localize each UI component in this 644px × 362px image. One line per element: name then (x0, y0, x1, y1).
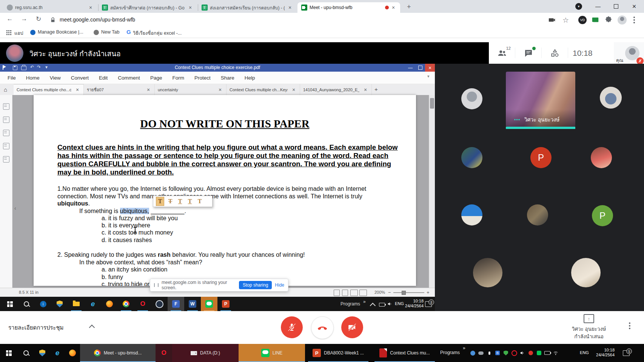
participant-avatar[interactable] (461, 88, 482, 109)
participant-avatar[interactable] (591, 147, 612, 168)
doc-tab[interactable]: uncertainty × (155, 84, 226, 95)
participant-avatar[interactable] (600, 87, 622, 109)
menu-file[interactable]: File (8, 75, 16, 81)
menu-form[interactable]: Form (172, 75, 184, 81)
new-tab-button[interactable]: + (407, 3, 411, 11)
close-doc-tab-icon[interactable]: × (145, 87, 151, 93)
squiggly-tool-icon[interactable]: T (186, 197, 194, 206)
action-center-icon[interactable]: 2 (425, 301, 432, 307)
foxit-minimize-button[interactable]: — (405, 64, 415, 72)
search-icon[interactable] (18, 297, 35, 311)
profile-avatar[interactable] (618, 15, 627, 25)
menu-protect[interactable]: Protect (194, 75, 211, 81)
bookmark-excel-tip[interactable]: วิธีเรียงชื่อกลุ่ม excel -... (133, 29, 182, 37)
close-tab-icon[interactable]: × (390, 5, 396, 11)
cast-icon[interactable] (591, 16, 599, 24)
facing-view-icon[interactable] (350, 290, 358, 296)
taskbar-button-opera[interactable]: O (156, 344, 172, 362)
internet-explorer-icon[interactable]: e (85, 297, 101, 311)
start-button[interactable] (0, 344, 17, 362)
doc-tab[interactable]: Context Clues multiple ch...Keys × (226, 84, 300, 95)
taskbar-button-meet[interactable]: Meet - upu-bmsd... (80, 344, 156, 362)
strikeout-tool-icon[interactable]: T (166, 197, 174, 206)
browser-tab-reg[interactable]: reg.ssru.ac.th × (3, 2, 97, 13)
participant-avatar[interactable] (527, 204, 548, 225)
window-close-button[interactable]: × (626, 0, 642, 13)
volume-icon[interactable] (387, 301, 393, 308)
thumbnail-view-icon[interactable] (359, 290, 367, 296)
chevron-up-icon[interactable] (91, 325, 95, 329)
foxit-close-button[interactable]: × (425, 64, 435, 72)
activities-button[interactable] (542, 42, 568, 64)
close-doc-tab-icon[interactable]: × (217, 87, 223, 93)
extensions-puzzle-icon[interactable] (605, 16, 613, 24)
opera-icon[interactable]: O (134, 297, 151, 311)
word-icon[interactable]: W (184, 297, 201, 311)
scrollbar-thumb[interactable] (430, 98, 434, 109)
mic-toggle-button[interactable] (281, 316, 303, 338)
menu-convert[interactable]: Convert (71, 75, 89, 81)
chat-button[interactable] (515, 42, 542, 64)
camera-toggle-button[interactable] (341, 316, 363, 338)
ribbon-collapse-icon[interactable]: ▾ (427, 74, 430, 79)
bookmark-apps[interactable]: แอป (14, 29, 23, 37)
close-doc-tab-icon[interactable]: × (362, 87, 368, 93)
self-view-chip[interactable]: คุณ (614, 42, 644, 64)
volume-icon[interactable] (519, 350, 525, 356)
extension-badge-icon[interactable]: VD (578, 16, 587, 24)
taskbar-button-powerpoint[interactable]: P DBA8002-Week1 ... (305, 344, 371, 362)
new-doc-tab-button[interactable]: + (374, 86, 378, 92)
browser-menu-kebab-icon[interactable] (633, 17, 635, 18)
powerpoint-icon[interactable]: P (217, 297, 234, 311)
clock-app-icon[interactable] (151, 297, 168, 311)
bookmark-manage-bookcase[interactable]: Manage Bookcase |... (38, 29, 83, 35)
doc-tab[interactable]: รายชื่อ07 × (84, 84, 155, 95)
annotations-panel-icon[interactable] (3, 156, 9, 163)
foxit-title-bar[interactable]: ↶ ↷ ▾ Context Clues multiple choice exer… (0, 64, 435, 72)
pages-panel-icon[interactable] (3, 103, 9, 110)
presenter-video-tile[interactable]: ••• วิศวะ อุนยะวงษ์ (506, 72, 575, 127)
menu-share[interactable]: Share (221, 75, 234, 81)
participant-initial-avatar[interactable]: P (530, 147, 552, 168)
participant-avatar[interactable] (461, 147, 482, 168)
line-tray-icon[interactable] (536, 350, 542, 356)
single-page-view-icon[interactable] (334, 290, 340, 296)
close-tab-icon[interactable]: × (187, 5, 193, 11)
stop-sharing-button[interactable]: Stop sharing (239, 281, 272, 289)
overflow-chevron-icon[interactable]: » (463, 345, 465, 351)
hang-up-button[interactable] (311, 316, 334, 339)
tray-expand-icon[interactable] (371, 303, 376, 307)
onedrive-icon[interactable] (478, 350, 484, 356)
meeting-details-label[interactable]: รายละเอียดการประชุม (8, 323, 63, 332)
line-icon[interactable] (201, 297, 217, 311)
bookmarks-panel-icon[interactable] (3, 117, 9, 123)
close-doc-tab-icon[interactable]: × (291, 87, 297, 93)
menu-home[interactable]: Home (26, 75, 40, 81)
replace-tool-icon[interactable]: T (196, 197, 203, 206)
underline-tool-icon[interactable]: T (176, 197, 184, 206)
comments-panel-icon[interactable] (3, 130, 9, 136)
bookmark-new-tab[interactable]: New Tab (101, 29, 119, 35)
opera-tray-icon[interactable] (511, 350, 517, 356)
participant-avatar[interactable] (473, 258, 502, 287)
language-indicator[interactable]: ENG (395, 301, 404, 306)
taskbar-button-drive[interactable]: DATA (D:) (172, 344, 239, 362)
address-bar[interactable]: meet.google.com/upu-bmsd-wfb (60, 17, 135, 23)
browser-tab-sheets-2[interactable]: ส่งเอกสารสมัครเรียน (การตอบกลับ) - ( × (198, 2, 297, 13)
home-tab-icon[interactable]: ⌂ (4, 86, 7, 93)
participants-button[interactable]: 12 (489, 42, 515, 64)
antivirus-tray-icon[interactable] (503, 350, 509, 356)
browser-tab-meet-active[interactable]: Meet - upu-bmsd-wfb × (297, 2, 400, 13)
bookmark-star-icon[interactable]: ☆ (562, 16, 569, 25)
apps-grid-icon[interactable] (6, 30, 11, 35)
foxit-taskbar-icon[interactable]: F (168, 297, 184, 311)
participant-avatar[interactable] (571, 258, 601, 287)
more-options-kebab-icon[interactable] (629, 322, 630, 324)
user-tray-icon[interactable] (470, 350, 476, 356)
menu-edit[interactable]: Edit (99, 75, 108, 81)
browser-tab-sheets-1[interactable]: สมัครเข้าศึกษาต่อ (การตอบกลับ) - Go × (98, 2, 197, 13)
menu-page[interactable]: Page (150, 75, 162, 81)
zoom-slider[interactable] (393, 292, 424, 293)
attachments-panel-icon[interactable] (3, 143, 9, 149)
battery-icon[interactable] (544, 350, 550, 356)
